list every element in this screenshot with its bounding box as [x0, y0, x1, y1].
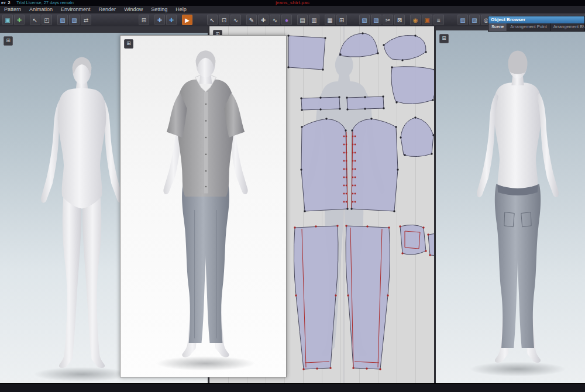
unsew-icon[interactable]: ⊠: [394, 15, 405, 25]
menu-environment[interactable]: Environment: [57, 6, 95, 13]
pattern-sleeve: [401, 118, 433, 157]
avatar-silhouette: [304, 53, 385, 356]
show-texture-icon[interactable]: ▨: [469, 15, 480, 25]
segment-sew-icon[interactable]: ▧: [359, 15, 370, 25]
pattern-waistband-piece: [428, 233, 436, 256]
sync-view-icon[interactable]: ⇄: [81, 15, 91, 25]
selected-points: [294, 225, 436, 370]
new-pattern-icon[interactable]: ▤: [297, 15, 308, 25]
menu-animation[interactable]: Animation: [25, 6, 57, 13]
simulate-icon[interactable]: ▶: [182, 15, 192, 25]
viewport-menu-icon[interactable]: ⊞: [439, 34, 449, 43]
show-garment-icon[interactable]: ▣: [2, 15, 13, 25]
edit-curve-icon[interactable]: ∿: [270, 15, 280, 25]
dressed-avatar-model: [136, 43, 276, 377]
select-box-tool-icon[interactable]: ◰: [42, 15, 52, 25]
menu-help[interactable]: Help: [171, 6, 191, 13]
pen-tool-icon[interactable]: ✎: [246, 15, 257, 25]
add-point-icon[interactable]: ✚: [258, 15, 269, 25]
lasso-select-icon[interactable]: ∿: [230, 15, 241, 25]
show-avatar-icon[interactable]: ✚: [14, 15, 25, 25]
object-browser-header[interactable]: Object Browser: [488, 16, 584, 23]
pattern-collar-top: [384, 35, 426, 60]
pattern-points: [287, 32, 435, 212]
app-logo: er 2: [1, 0, 11, 6]
title-bar: er 2 Trial License, 27 days remain jeans…: [0, 0, 585, 6]
scissors-icon[interactable]: ✂: [383, 15, 393, 25]
pattern-back-pocket: [400, 225, 426, 255]
object-browser-title: Object Browser: [491, 17, 525, 22]
workspace: ⊞: [0, 26, 585, 383]
viewport-garment-3d[interactable]: ⊞: [120, 35, 287, 377]
pattern-pant-left: [294, 226, 338, 369]
pattern-yoke-2: [339, 33, 378, 57]
box-select-icon[interactable]: ⊡: [219, 15, 229, 25]
menu-window[interactable]: Window: [120, 6, 147, 13]
menu-pattern[interactable]: Pattern: [0, 6, 25, 13]
texture-tool-icon[interactable]: ▣: [422, 15, 432, 25]
application-window: er 2 Trial License, 27 days remain jeans…: [0, 0, 585, 392]
show-3d-garment-icon[interactable]: ▧: [57, 15, 68, 25]
grid-icon[interactable]: ▦: [325, 15, 335, 25]
status-bar: [0, 383, 585, 392]
pattern-cuff-left: [301, 97, 340, 110]
pattern-pant-right: [346, 226, 390, 369]
pattern-back-yoke: [288, 36, 325, 70]
show-seams-icon[interactable]: ▧: [457, 15, 468, 25]
menu-render[interactable]: Render: [95, 6, 121, 13]
tab-scene[interactable]: Scene: [488, 23, 507, 31]
object-browser-panel: Object Browser SceneArrangement PointArr…: [488, 16, 585, 32]
pattern-pieces[interactable]: [288, 33, 436, 369]
measure-tool-icon[interactable]: ≡: [433, 15, 444, 25]
clone-pattern-icon[interactable]: ▥: [309, 15, 319, 25]
avatar-display-icon[interactable]: ✚: [154, 15, 165, 25]
viewport-avatar-back-3d[interactable]: ⊞: [436, 30, 585, 383]
object-browser-tabs: SceneArrangement PointArrangement BV: [488, 23, 584, 31]
pattern-shirt-front-right: [352, 119, 398, 211]
pattern-collar-band: [391, 67, 436, 104]
stitch-lines: [302, 132, 420, 367]
viewport-menu-icon[interactable]: ⊞: [4, 36, 13, 46]
avatar-pose-icon[interactable]: ✚: [166, 15, 177, 25]
window-layout-icon[interactable]: ⊞: [139, 15, 149, 25]
menu-bar: PatternAnimationEnvironmentRenderWindowS…: [0, 6, 585, 14]
pattern-cuff-right: [347, 97, 384, 109]
notch-tool-icon[interactable]: ●: [281, 15, 292, 25]
tab-arrangement-bv[interactable]: Arrangement BV: [550, 23, 584, 31]
license-text: Trial License, 27 days remain: [16, 0, 74, 6]
free-sew-icon[interactable]: ▨: [371, 15, 381, 25]
viewport-menu-icon[interactable]: ⊞: [124, 39, 133, 49]
select-tool-icon[interactable]: ↖: [30, 15, 40, 25]
back-avatar-model: [450, 43, 585, 383]
tab-arrangement-point[interactable]: Arrangement Point: [507, 23, 550, 31]
document-title: jeans_shirt.pac: [276, 0, 309, 6]
show-2d-pattern-icon[interactable]: ▨: [69, 15, 80, 25]
button-points: [343, 136, 356, 203]
pattern-select-icon[interactable]: ↖: [207, 15, 218, 25]
menu-setting[interactable]: Setting: [147, 6, 171, 13]
pin-tool-icon[interactable]: ◉: [410, 15, 421, 25]
pattern-shirt-front-left: [301, 119, 347, 211]
snap-icon[interactable]: ⊞: [336, 15, 347, 25]
